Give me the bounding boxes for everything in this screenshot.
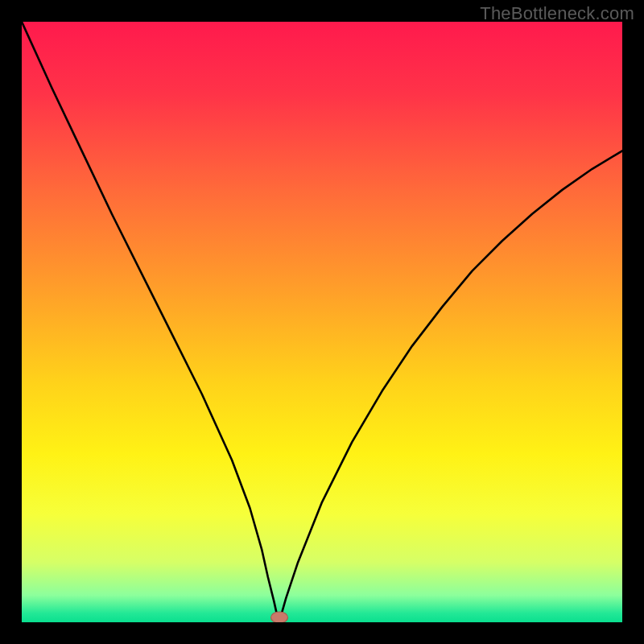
gradient-background: [22, 22, 622, 622]
watermark-text: TheBottleneck.com: [480, 3, 634, 24]
plot-area: [22, 22, 622, 622]
outer-frame: TheBottleneck.com: [0, 0, 644, 644]
chart-svg: [22, 22, 622, 622]
optimum-marker: [271, 612, 288, 622]
